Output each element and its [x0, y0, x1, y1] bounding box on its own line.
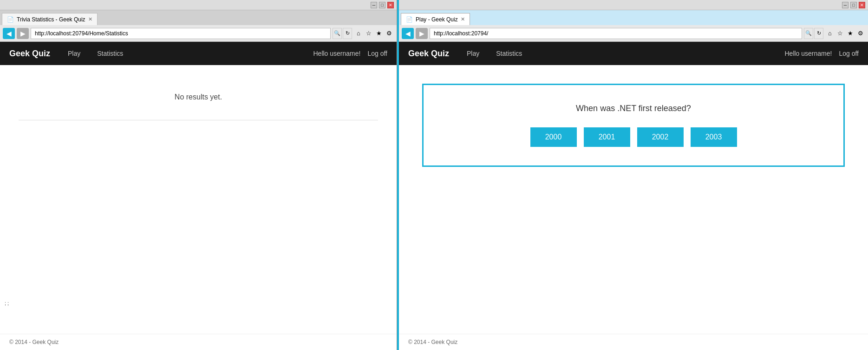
- right-app-content: Geek Quiz Play Statistics Hello username…: [399, 42, 868, 350]
- right-tab-favicon: 📄: [406, 16, 413, 23]
- right-window-controls: ─ □ ✕: [842, 2, 865, 8]
- left-home-icon[interactable]: ⌂: [354, 28, 363, 39]
- quiz-option-0[interactable]: 2000: [530, 127, 577, 147]
- left-minimize-btn[interactable]: ─: [371, 2, 377, 8]
- right-forward-btn[interactable]: ▶: [416, 28, 428, 39]
- left-browser-window: ─ □ ✕ 📄 Trivia Statistics - Geek Quiz ✕ …: [0, 0, 397, 350]
- left-address-input[interactable]: [31, 28, 331, 39]
- right-star-fav-icon[interactable]: ★: [846, 28, 855, 39]
- right-footer-text: © 2014 - Geek Quiz: [408, 339, 457, 345]
- left-console-text: ; ;: [5, 300, 9, 306]
- left-page-body: No results yet. ; ;: [0, 65, 397, 334]
- quiz-option-1[interactable]: 2001: [584, 127, 630, 147]
- right-tab-label: Play - Geek Quiz: [416, 16, 458, 23]
- left-forward-btn[interactable]: ▶: [17, 28, 29, 39]
- left-window-controls: ─ □ ✕: [371, 2, 394, 8]
- left-title-bar: ─ □ ✕: [0, 0, 397, 10]
- right-logoff[interactable]: Log off: [839, 50, 859, 57]
- left-toolbar-right: ⌂ ☆ ★ ⚙: [354, 28, 394, 39]
- left-tab-favicon: 📄: [7, 16, 14, 23]
- right-addr-icons: 🔍 ↻: [804, 28, 823, 39]
- right-minimize-btn[interactable]: ─: [842, 2, 848, 8]
- no-results-text: No results yet.: [9, 93, 387, 101]
- right-back-btn[interactable]: ◀: [402, 28, 414, 39]
- right-brand[interactable]: Geek Quiz: [408, 49, 449, 59]
- quiz-container: When was .NET first released? 2000 2001 …: [422, 84, 845, 167]
- right-navbar-right: Hello username! Log off: [785, 50, 859, 57]
- left-tab-bar: 📄 Trivia Statistics - Geek Quiz ✕: [0, 10, 397, 25]
- right-address-input[interactable]: [430, 28, 802, 39]
- right-active-tab[interactable]: 📄 Play - Geek Quiz ✕: [401, 13, 470, 25]
- quiz-option-2[interactable]: 2002: [637, 127, 684, 147]
- left-addr-icons: 🔍 ↻: [333, 28, 352, 39]
- quiz-box: When was .NET first released? 2000 2001 …: [422, 84, 845, 167]
- quiz-question: When was .NET first released?: [437, 104, 829, 113]
- left-footer-text: © 2014 - Geek Quiz: [9, 339, 59, 345]
- left-address-bar: ◀ ▶ 🔍 ↻ ⌂ ☆ ★ ⚙: [0, 25, 397, 42]
- right-tab-close[interactable]: ✕: [461, 16, 465, 22]
- left-tab-label: Trivia Statistics - Geek Quiz: [17, 16, 85, 23]
- right-close-btn[interactable]: ✕: [859, 2, 865, 8]
- left-search-icon[interactable]: 🔍: [333, 28, 342, 39]
- left-maximize-btn[interactable]: □: [379, 2, 385, 8]
- right-home-icon[interactable]: ⌂: [825, 28, 835, 39]
- left-greeting: Hello username!: [313, 50, 361, 57]
- right-greeting: Hello username!: [785, 50, 832, 57]
- right-address-bar: ◀ ▶ 🔍 ↻ ⌂ ☆ ★ ⚙: [399, 25, 868, 42]
- right-search-icon[interactable]: 🔍: [804, 28, 813, 39]
- left-navbar-right: Hello username! Log off: [313, 50, 388, 57]
- left-brand[interactable]: Geek Quiz: [9, 49, 50, 59]
- right-toolbar-right: ⌂ ☆ ★ ⚙: [825, 28, 865, 39]
- right-browser-window: ─ □ ✕ 📄 Play - Geek Quiz ✕ ◀ ▶ 🔍 ↻ ⌂ ☆ ★…: [397, 0, 868, 350]
- right-refresh-icon[interactable]: ↻: [814, 28, 823, 39]
- left-nav-statistics[interactable]: Statistics: [93, 48, 127, 59]
- right-title-bar: ─ □ ✕: [399, 0, 868, 10]
- left-tab-close[interactable]: ✕: [88, 16, 92, 22]
- right-nav-play[interactable]: Play: [463, 48, 483, 59]
- left-divider: [19, 120, 378, 120]
- right-settings-icon[interactable]: ⚙: [856, 28, 865, 39]
- right-tab-bar: 📄 Play - Geek Quiz ✕: [399, 10, 868, 25]
- right-footer: © 2014 - Geek Quiz: [399, 334, 868, 350]
- left-app-content: Geek Quiz Play Statistics Hello username…: [0, 42, 397, 350]
- left-star-empty-icon[interactable]: ☆: [364, 28, 373, 39]
- left-close-btn[interactable]: ✕: [387, 2, 394, 8]
- right-maximize-btn[interactable]: □: [850, 2, 857, 8]
- left-refresh-icon[interactable]: ↻: [343, 28, 352, 39]
- right-navbar: Geek Quiz Play Statistics Hello username…: [399, 42, 868, 65]
- left-logoff[interactable]: Log off: [367, 50, 387, 57]
- left-navbar: Geek Quiz Play Statistics Hello username…: [0, 42, 397, 65]
- left-active-tab[interactable]: 📄 Trivia Statistics - Geek Quiz ✕: [2, 13, 98, 25]
- left-star-fav-icon[interactable]: ★: [374, 28, 384, 39]
- right-nav-statistics[interactable]: Statistics: [492, 48, 526, 59]
- left-back-btn[interactable]: ◀: [3, 28, 15, 39]
- right-page-body: When was .NET first released? 2000 2001 …: [399, 65, 868, 334]
- quiz-option-3[interactable]: 2003: [691, 127, 737, 147]
- left-footer: © 2014 - Geek Quiz: [0, 334, 397, 350]
- quiz-options: 2000 2001 2002 2003: [437, 127, 829, 147]
- left-settings-icon[interactable]: ⚙: [385, 28, 394, 39]
- left-nav-play[interactable]: Play: [64, 48, 84, 59]
- right-star-empty-icon[interactable]: ☆: [835, 28, 845, 39]
